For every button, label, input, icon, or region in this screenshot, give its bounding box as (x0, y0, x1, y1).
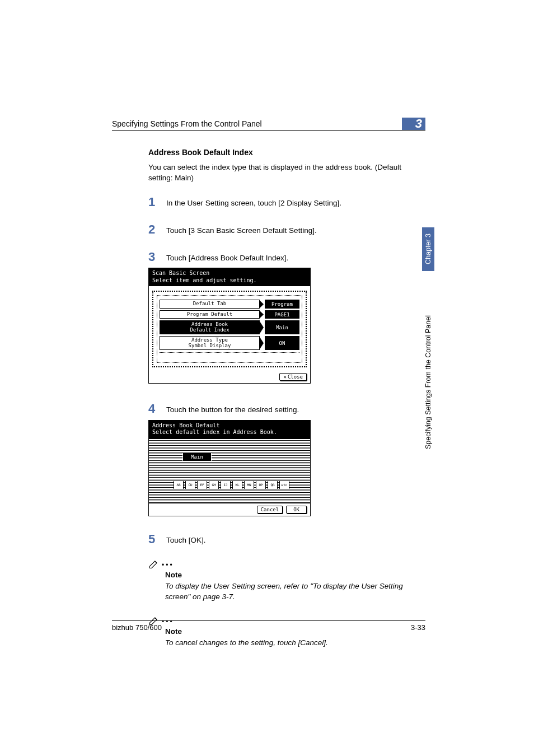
page-footer: bizhub 750/600 3-33 (112, 620, 425, 632)
section-heading: Address Book Default Index (148, 148, 425, 157)
step-number: 3 (148, 251, 166, 263)
step-text: Touch [OK]. (166, 533, 206, 546)
screen-title: Address Book Default (152, 422, 307, 430)
side-chapter-label: Chapter 3 (422, 227, 434, 271)
close-icon: ✕ (283, 374, 286, 380)
step-number: 1 (148, 196, 166, 208)
setting-label[interactable]: Address Type Symbol Display (160, 336, 260, 350)
footer-page-number: 3-33 (411, 623, 425, 632)
setting-label[interactable]: Address Book Default Index (160, 320, 260, 334)
step-number: 2 (148, 223, 166, 236)
screen-subtitle: Select item and adjust setting. (152, 277, 307, 284)
main-option-button[interactable]: Main (182, 452, 212, 461)
running-head: Specifying Settings From the Control Pan… (112, 118, 425, 131)
setting-value: ON (265, 336, 299, 350)
note-dots-icon: ••• (162, 561, 174, 570)
screen-header: Scan Basic Screen Select item and adjust… (149, 268, 310, 286)
step-2-block: 2 Touch [3 Scan Basic Screen Default Set… (148, 223, 425, 236)
index-key[interactable]: MN (244, 480, 254, 489)
side-title-label: Specifying Settings From the Control Pan… (422, 271, 434, 456)
intro-paragraph: You can select the index type that is di… (148, 162, 425, 184)
screen-footer: ✕Close (149, 371, 310, 383)
arrow-icon (259, 320, 265, 334)
step-number: 4 (148, 403, 166, 415)
embedded-screenshot-address-book-default: Address Book Default Select default inde… (148, 420, 311, 516)
screen-subtitle: Select default index in Address Book. (152, 429, 307, 436)
index-key[interactable]: IJ (221, 480, 231, 489)
dotted-spacer (160, 352, 299, 360)
index-key[interactable]: OP (256, 480, 266, 489)
setting-row: Program Default PAGE1 (160, 310, 299, 319)
setting-label[interactable]: Default Tab (160, 300, 260, 308)
setting-value: Program (265, 300, 299, 308)
index-key[interactable]: etc (279, 480, 289, 489)
step-text: In the User Setting screen, touch [2 Dis… (166, 196, 341, 209)
arrow-icon (259, 300, 265, 308)
step-5-block: 5 Touch [OK]. (148, 533, 425, 546)
arrow-icon (259, 310, 265, 319)
note-text: To cancel changes to the setting, touch … (165, 638, 425, 648)
step-text: Touch the button for the desired setting… (166, 403, 299, 416)
step-4-block: 4 Touch the button for the desired setti… (148, 403, 425, 516)
close-button[interactable]: ✕Close (279, 373, 307, 381)
step-text: Touch [Address Book Default Index]. (166, 251, 288, 264)
note-label: Note (165, 571, 425, 579)
step-number: 5 (148, 533, 166, 545)
chapter-number-box: 3 (402, 118, 425, 130)
running-head-text: Specifying Settings From the Control Pan… (112, 119, 262, 128)
index-key-row: AB CD EF GH IJ KL MN OP QR etc (174, 480, 289, 489)
step-3-block: 3 Touch [Address Book Default Index]. Sc… (148, 251, 425, 384)
arrow-icon (259, 336, 265, 350)
step-row: 5 Touch [OK]. (148, 533, 425, 546)
content-area: Specifying Settings From the Control Pan… (112, 118, 425, 648)
setting-value: Main (265, 320, 299, 334)
setting-value: PAGE1 (265, 310, 299, 319)
setting-label[interactable]: Program Default (160, 310, 260, 319)
note-block: ••• Note To display the User Setting scr… (148, 558, 425, 603)
ok-button[interactable]: OK (286, 506, 307, 514)
screen-title: Scan Basic Screen (152, 270, 307, 277)
step-row: 3 Touch [Address Book Default Index]. (148, 251, 425, 264)
side-tab: Chapter 3 Specifying Settings From the C… (422, 227, 434, 457)
step-row: 1 In the User Setting screen, touch [2 D… (148, 196, 425, 209)
body-column: Address Book Default Index You can selec… (148, 148, 425, 648)
index-key[interactable]: EF (197, 480, 207, 489)
index-key[interactable]: GH (209, 480, 219, 489)
pencil-icon (148, 558, 160, 570)
step-row: 2 Touch [3 Scan Basic Screen Default Set… (148, 223, 425, 236)
note-text: To display the User Setting screen, refe… (165, 581, 425, 603)
setting-row: Address Type Symbol Display ON (160, 336, 299, 350)
cancel-button[interactable]: Cancel (257, 506, 283, 514)
screen-header: Address Book Default Select default inde… (149, 421, 310, 438)
screen-body: Main AB CD EF GH IJ KL MN OP QR etc (149, 438, 310, 503)
note-icon-row: ••• (148, 558, 425, 570)
footer-product: bizhub 750/600 (112, 623, 162, 632)
label-line: Symbol Display (189, 343, 231, 348)
step-text: Touch [3 Scan Basic Screen Default Setti… (166, 223, 317, 236)
index-key[interactable]: KL (232, 480, 242, 489)
index-key[interactable]: AB (174, 480, 184, 489)
screen-footer: Cancel OK (149, 503, 310, 516)
index-key[interactable]: QR (268, 480, 278, 489)
screen-body: Default Tab Program Program Default PAGE… (149, 286, 310, 371)
label-line: Default Index (190, 328, 229, 333)
ok-label: OK (293, 507, 299, 512)
setting-row: Address Book Default Index Main (160, 320, 299, 334)
close-label: Close (288, 374, 303, 380)
step-1-block: 1 In the User Setting screen, touch [2 D… (148, 196, 425, 209)
page: Specifying Settings From the Control Pan… (0, 0, 534, 756)
index-key[interactable]: CD (185, 480, 195, 489)
embedded-screenshot-scan-basic: Scan Basic Screen Select item and adjust… (148, 268, 311, 384)
setting-row: Default Tab Program (160, 300, 299, 308)
step-row: 4 Touch the button for the desired setti… (148, 403, 425, 416)
dotted-frame: Default Tab Program Program Default PAGE… (152, 291, 307, 367)
cancel-label: Cancel (261, 507, 279, 512)
